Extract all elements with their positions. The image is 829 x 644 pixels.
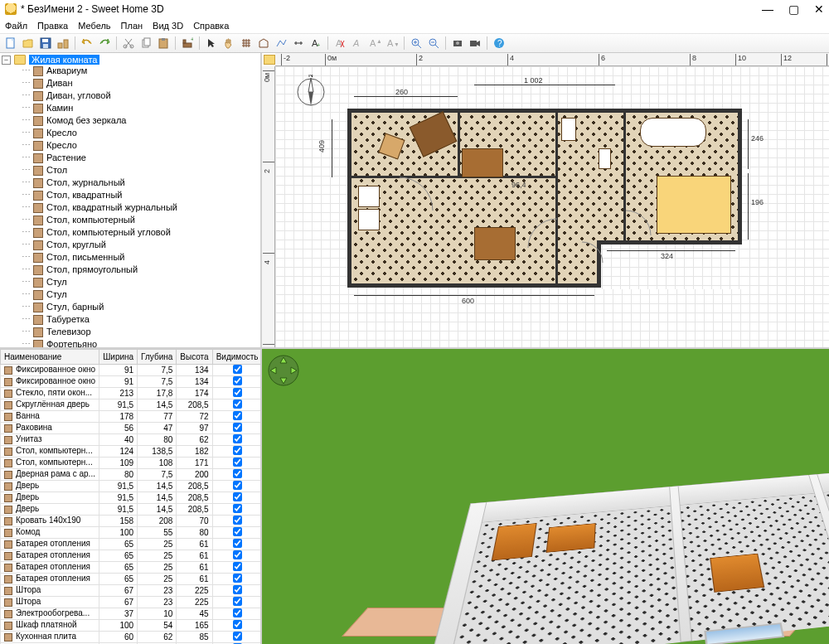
3d-view-pane[interactable]	[262, 349, 829, 645]
table-row[interactable]: Батарея отопления652561	[1, 538, 263, 550]
visibility-checkbox[interactable]	[233, 562, 242, 571]
visibility-checkbox[interactable]	[233, 608, 242, 617]
table-row[interactable]: Раковина564797	[1, 422, 263, 433]
save-file-icon[interactable]	[38, 36, 53, 51]
menu-3dview[interactable]: Вид 3D	[153, 21, 183, 31]
pan-tool-icon[interactable]	[221, 36, 236, 51]
catalog-root[interactable]: − Жилая комната	[0, 55, 260, 65]
table-row[interactable]: Шкаф платяной10054165	[1, 619, 263, 631]
table-row[interactable]: Унитаз408062	[1, 433, 263, 445]
preferences-icon[interactable]	[56, 36, 70, 51]
table-row[interactable]: Скруглённая дверь91,514,5208,5	[1, 399, 263, 410]
menu-plan[interactable]: План	[121, 21, 143, 31]
table-row[interactable]: Дверь91,514,5208,5	[1, 503, 263, 515]
table-row[interactable]: Фиксированное окно917,5134	[1, 375, 263, 387]
copy-icon[interactable]	[138, 36, 153, 51]
visibility-checkbox[interactable]	[233, 516, 242, 525]
menu-furniture[interactable]: Мебель	[78, 21, 110, 31]
table-row[interactable]: Дверь91,514,5208,5	[1, 480, 263, 491]
zoom-out-icon[interactable]	[426, 36, 441, 51]
visibility-checkbox[interactable]	[233, 492, 242, 501]
catalog-item[interactable]: ⋯Табуретка	[0, 313, 260, 326]
catalog-item[interactable]: ⋯Стол, квадратный	[0, 189, 260, 201]
table-row[interactable]: Штора6723225	[1, 596, 263, 608]
visibility-checkbox[interactable]	[233, 388, 242, 397]
collapse-icon[interactable]: −	[2, 56, 11, 65]
visibility-checkbox[interactable]	[233, 446, 242, 455]
catalog-item[interactable]: ⋯Стул	[0, 288, 260, 301]
select-tool-icon[interactable]	[204, 36, 219, 51]
table-row[interactable]: Батарея отопления652561	[1, 550, 263, 561]
table-row[interactable]: Комод1005580	[1, 526, 263, 538]
visibility-checkbox[interactable]	[233, 597, 242, 606]
column-header[interactable]: Ширина	[99, 349, 138, 364]
zoom-in-icon[interactable]	[409, 36, 424, 51]
catalog-item[interactable]: ⋯Стол, компьютерный	[0, 214, 260, 226]
visibility-checkbox[interactable]	[233, 411, 242, 420]
furniture-table[interactable]: НаименованиеШиринаГлубинаВысотаВидимость…	[0, 349, 262, 645]
catalog-item[interactable]: ⋯Растение	[0, 152, 260, 164]
visibility-checkbox[interactable]	[233, 434, 242, 443]
catalog-item[interactable]: ⋯Кресло	[0, 127, 260, 139]
visibility-checkbox[interactable]	[233, 399, 242, 409]
catalog-item[interactable]: ⋯Стол, письменный	[0, 251, 260, 264]
catalog-tree[interactable]: − Жилая комната ⋯Аквариум⋯Диван⋯Диван, у…	[0, 53, 260, 347]
menu-file[interactable]: Файл	[5, 21, 27, 31]
menu-help[interactable]: Справка	[193, 21, 229, 31]
table-row[interactable]: Батарея отопления652561	[1, 561, 263, 573]
text-tool-icon[interactable]: A+	[308, 36, 323, 51]
column-header[interactable]: Наименование	[1, 349, 99, 364]
polyline-tool-icon[interactable]	[274, 36, 288, 51]
catalog-item[interactable]: ⋯Стул, барный	[0, 301, 260, 313]
maximize-button[interactable]: ▢	[788, 2, 799, 16]
visibility-checkbox[interactable]	[233, 539, 242, 548]
table-row[interactable]: Дверь91,514,5208,5	[1, 491, 263, 503]
undo-icon[interactable]	[80, 36, 95, 51]
catalog-item[interactable]: ⋯Кресло	[0, 139, 260, 152]
dimension-tool-icon[interactable]	[291, 36, 306, 51]
table-row[interactable]: Электрообогрева...371045	[1, 608, 263, 619]
catalog-item[interactable]: ⋯Стол, журнальный	[0, 177, 260, 189]
catalog-item[interactable]: ⋯Аквариум	[0, 65, 260, 77]
catalog-item[interactable]: ⋯Камин	[0, 102, 260, 114]
text-italic-icon[interactable]: A	[350, 36, 365, 51]
visibility-checkbox[interactable]	[233, 550, 242, 559]
visibility-checkbox[interactable]	[233, 620, 242, 629]
column-header[interactable]: Глубина	[138, 349, 177, 364]
paste-icon[interactable]	[156, 36, 171, 51]
visibility-checkbox[interactable]	[233, 632, 242, 641]
column-header[interactable]: Видимость	[212, 349, 262, 364]
table-row[interactable]: Ванна1787772	[1, 410, 263, 422]
table-row[interactable]: Кухонная плита606285	[1, 631, 263, 642]
plan-pane[interactable]: 2468101214-20м 2460м N	[262, 53, 829, 349]
catalog-item[interactable]: ⋯Стол	[0, 164, 260, 177]
text-size-down-icon[interactable]: A▼	[385, 36, 400, 51]
text-size-up-icon[interactable]: A▲	[367, 36, 382, 51]
catalog-item[interactable]: ⋯Телевизор	[0, 326, 260, 338]
visibility-checkbox[interactable]	[233, 504, 242, 513]
visibility-checkbox[interactable]	[233, 458, 242, 467]
camera-icon[interactable]	[450, 36, 465, 51]
3d-nav-pad[interactable]	[267, 354, 300, 387]
plan-canvas[interactable]: N	[275, 66, 829, 347]
wall-tool-icon[interactable]	[239, 36, 254, 51]
catalog-item[interactable]: ⋯Стол, круглый	[0, 239, 260, 251]
video-icon[interactable]	[468, 36, 482, 51]
redo-icon[interactable]	[97, 36, 112, 51]
table-row[interactable]: Стол, компьютерн...124138,5182	[1, 445, 263, 457]
table-row[interactable]: Штора6723225	[1, 584, 263, 596]
table-row[interactable]: Стекло, пяти окон...21317,8174	[1, 387, 263, 399]
floorplan[interactable]: 1 002 260 409 96,4 246 196 324 600	[350, 103, 748, 298]
catalog-item[interactable]: ⋯Фортепьяно	[0, 338, 260, 347]
table-row[interactable]: Кровать 140x19015820870	[1, 515, 263, 526]
menu-edit[interactable]: Правка	[37, 21, 68, 31]
table-row[interactable]: Фиксированное окно917,5134	[1, 364, 263, 375]
visibility-checkbox[interactable]	[233, 423, 242, 432]
table-row[interactable]: Стол, компьютерн...109108171	[1, 457, 263, 468]
catalog-item[interactable]: ⋯Стул	[0, 276, 260, 288]
visibility-checkbox[interactable]	[233, 527, 242, 536]
minimize-button[interactable]: —	[762, 2, 773, 16]
table-row[interactable]: Дверная рама с ар...807,5200	[1, 468, 263, 480]
close-button[interactable]: ✕	[814, 2, 824, 16]
catalog-item[interactable]: ⋯Стол, компьютерный угловой	[0, 226, 260, 239]
